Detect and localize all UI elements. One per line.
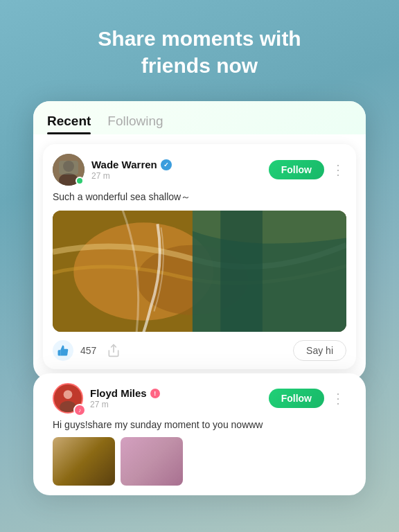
svg-point-11 bbox=[64, 390, 73, 399]
second-avatar-wrap: ♪ bbox=[53, 383, 83, 414]
post-image bbox=[53, 211, 346, 332]
second-more-options-button[interactable]: ⋮ bbox=[330, 390, 346, 407]
like-count: 457 bbox=[80, 345, 96, 356]
share-button[interactable] bbox=[103, 340, 124, 361]
avatar bbox=[53, 154, 85, 186]
post-time: 27 m bbox=[91, 171, 172, 181]
second-post-images bbox=[53, 437, 346, 486]
post-header: Wade Warren 27 m Follow ⋮ bbox=[53, 154, 346, 186]
tab-recent[interactable]: Recent bbox=[47, 114, 91, 134]
main-card: Recent Following bbox=[33, 101, 366, 380]
second-user-name: Floyd Miles bbox=[90, 387, 147, 399]
svg-rect-3 bbox=[59, 161, 78, 175]
second-post-time: 27 m bbox=[90, 400, 160, 409]
post-card-1: Wade Warren 27 m Follow ⋮ Such a wonderf… bbox=[43, 144, 356, 369]
online-indicator bbox=[76, 177, 84, 185]
user-name: Wade Warren bbox=[91, 159, 157, 170]
more-options-button[interactable]: ⋮ bbox=[330, 161, 346, 178]
verified-icon bbox=[161, 159, 172, 170]
second-user-info: ♪ Floyd Miles 27 m bbox=[53, 383, 160, 414]
likes-row: 457 bbox=[53, 340, 124, 361]
tab-following[interactable]: Following bbox=[107, 114, 163, 134]
second-post-actions: Follow ⋮ bbox=[269, 389, 346, 408]
second-post-header: ♪ Floyd Miles 27 m Follow ⋮ bbox=[53, 383, 346, 414]
post-caption: Such a wonderful sea shallow～ bbox=[53, 191, 346, 204]
post-actions: Follow ⋮ bbox=[269, 160, 346, 179]
tabs-bar: Recent Following bbox=[33, 101, 366, 134]
thumbnail-2 bbox=[121, 437, 183, 486]
page-title: Share moments with friends now bbox=[70, 25, 328, 79]
second-verified-icon bbox=[150, 389, 160, 398]
say-hi-button[interactable]: Say hi bbox=[293, 340, 346, 361]
user-info: Wade Warren 27 m bbox=[53, 154, 172, 186]
user-details: Wade Warren 27 m bbox=[91, 159, 172, 181]
music-indicator: ♪ bbox=[73, 404, 86, 416]
thumbnail-1 bbox=[53, 437, 115, 486]
second-follow-button[interactable]: Follow bbox=[269, 389, 324, 408]
follow-button[interactable]: Follow bbox=[269, 160, 324, 179]
second-post-card: ♪ Floyd Miles 27 m Follow ⋮ Hi guys!shar… bbox=[33, 373, 366, 495]
post-footer: 457 Say hi bbox=[53, 340, 346, 361]
like-button[interactable] bbox=[53, 340, 73, 361]
second-post-caption: Hi guys!share my sunday moment to you no… bbox=[53, 419, 346, 430]
